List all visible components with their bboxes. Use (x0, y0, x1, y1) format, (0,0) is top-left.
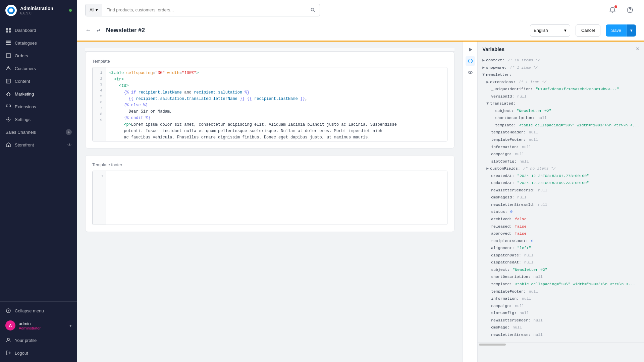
expand-icon[interactable]: ▼ (482, 71, 485, 78)
expand-icon[interactable]: ▶ (486, 79, 489, 85)
profile-link[interactable]: Your profile (0, 334, 77, 347)
expand-icon[interactable]: ▶ (482, 57, 485, 64)
sales-channels-section: Sales Channels + (0, 126, 77, 138)
var-cmspageid: cmsPageId: null (486, 194, 639, 201)
var-slotconfig: slotConfig: null (486, 158, 639, 165)
sidebar-item-label: Customers (15, 66, 36, 71)
sidebar-item-content[interactable]: Content (0, 75, 77, 87)
notifications-button[interactable] (606, 4, 619, 16)
var-cmspage: cmsPage: null (486, 324, 639, 331)
template-editor[interactable]: 12345 6789 10 <table cellspacing="30" wi… (92, 67, 447, 141)
main-area: All ▾ ← ↵ Newsletter #2 English ▾ Can (77, 0, 644, 362)
collapse-menu-button[interactable]: Collapse menu (0, 304, 77, 317)
footer-line-numbers: 1 (93, 171, 106, 225)
content-icon (5, 78, 11, 84)
svg-point-15 (630, 11, 630, 12)
var-newslettersender: newsletterSender: null (486, 317, 639, 324)
template-footer-editor[interactable]: 1 (92, 171, 447, 225)
var-information: information: null (486, 143, 639, 151)
user-info: admin Administrator (19, 321, 41, 330)
save-button[interactable]: Save (606, 24, 627, 37)
sidebar-item-label: Dashboard (15, 28, 36, 33)
back-button[interactable]: ← (85, 27, 91, 34)
logout-button[interactable]: Logout (0, 347, 77, 359)
var-uniqueidentifier: _uniqueIdentifier: "0193f7dea87f71e5a1eb… (486, 85, 639, 93)
add-sales-channel-button[interactable]: + (66, 129, 72, 135)
template-code-content[interactable]: <table cellspacing="30" width="100%"> <t… (106, 67, 447, 141)
variables-panel: Variables × ▶ context: /* 18 items */ ▶ (463, 42, 644, 362)
horizontal-scrollbar[interactable] (478, 342, 644, 346)
svg-point-13 (311, 8, 314, 11)
sidebar: Administration 6.6.9.0 Dashboard Catalog… (0, 0, 77, 362)
var-alignment: alignment: "left" (486, 244, 639, 252)
cancel-button[interactable]: Cancel (576, 24, 600, 37)
var-newsletter[interactable]: ▼ newsletter: (482, 71, 639, 78)
svg-rect-4 (6, 41, 11, 42)
scrollbar-thumb[interactable] (479, 344, 506, 346)
settings-icon (5, 116, 11, 122)
var-shopware[interactable]: ▶ shopware: /* 1 item */ (482, 64, 639, 71)
template-footer-section: Template footer 1 (85, 155, 454, 232)
language-select[interactable]: English ▾ (530, 24, 570, 37)
var-approved: approved: false (486, 230, 639, 237)
panel-eye-button[interactable] (466, 68, 475, 77)
content-area: Template 12345 6789 10 <table cellspacin… (77, 42, 644, 362)
svg-rect-2 (6, 31, 8, 33)
app-logo (5, 5, 17, 16)
sidebar-item-extensions[interactable]: Extensions (0, 100, 77, 113)
var-dispatchdate: dispatchDate: null (486, 252, 639, 259)
online-indicator (69, 9, 72, 12)
page-title: Newsletter #2 (106, 27, 525, 34)
search-type-button[interactable]: All ▾ (86, 4, 102, 16)
panel-icons-column (463, 42, 478, 362)
sidebar-nav: Dashboard Catalogues Orders Customers (0, 21, 77, 301)
topbar-actions (606, 4, 636, 16)
var-templatefooter2: templateFooter: null (486, 288, 639, 295)
var-customfields[interactable]: ▶ customFields: /* no items */ (486, 165, 639, 172)
profile-label: Your profile (15, 338, 37, 343)
help-button[interactable] (624, 4, 636, 16)
var-dispatchedat: dispatchedAt: null (486, 259, 639, 266)
var-shortdescription: shortDescription: null (490, 114, 639, 122)
user-menu[interactable]: A admin Administrator ▾ (0, 317, 77, 334)
search-input[interactable] (102, 4, 306, 16)
notification-badge (614, 5, 617, 8)
save-button-group: Save ▾ (606, 24, 636, 37)
var-newslettersenderid: newsletterSenderId: null (486, 187, 639, 194)
sidebar-item-catalogues[interactable]: Catalogues (0, 37, 77, 49)
expand-icon[interactable]: ▼ (486, 100, 489, 107)
sidebar-item-customers[interactable]: Customers (0, 62, 77, 75)
search-button[interactable] (306, 4, 320, 16)
sidebar-item-storefront[interactable]: Storefront 👁 (0, 138, 77, 151)
sidebar-item-marketing[interactable]: Marketing (0, 87, 77, 100)
back-alt-button[interactable]: ↵ (97, 28, 101, 33)
search-container: All ▾ (85, 4, 320, 16)
var-information2: information: null (486, 295, 639, 302)
var-templatefooter: templateFooter: null (486, 136, 639, 143)
sidebar-item-label: Settings (15, 117, 31, 122)
visibility-icon: 👁 (67, 142, 72, 147)
logout-icon (5, 350, 11, 356)
panel-play-button[interactable] (466, 45, 475, 54)
svg-point-12 (7, 338, 9, 340)
catalogues-icon (5, 40, 11, 46)
var-context[interactable]: ▶ context: /* 18 items */ (482, 57, 639, 64)
sidebar-item-label: Catalogues (15, 41, 37, 46)
var-translated[interactable]: ▼ translated: (486, 100, 639, 107)
sidebar-item-dashboard[interactable]: Dashboard (0, 24, 77, 37)
footer-code-content[interactable] (106, 171, 447, 225)
sidebar-item-label: Marketing (15, 92, 34, 97)
sidebar-item-label: Storefront (15, 142, 34, 147)
chevron-down-icon: ▾ (69, 323, 72, 328)
save-dropdown-button[interactable]: ▾ (627, 24, 636, 37)
expand-icon[interactable]: ▶ (482, 64, 485, 71)
close-button[interactable]: × (636, 46, 639, 53)
panel-code-button[interactable] (466, 56, 475, 66)
translated-group: subject: "Newsletter #2" shortDescriptio… (490, 107, 639, 129)
extensions-icon (5, 104, 11, 110)
var-extensions[interactable]: ▶ extensions: /* 1 item */ (486, 78, 639, 86)
expand-icon[interactable]: ▶ (486, 165, 489, 172)
sidebar-item-settings[interactable]: Settings (0, 113, 77, 126)
code-icon (468, 58, 473, 64)
sidebar-item-orders[interactable]: Orders (0, 49, 77, 62)
